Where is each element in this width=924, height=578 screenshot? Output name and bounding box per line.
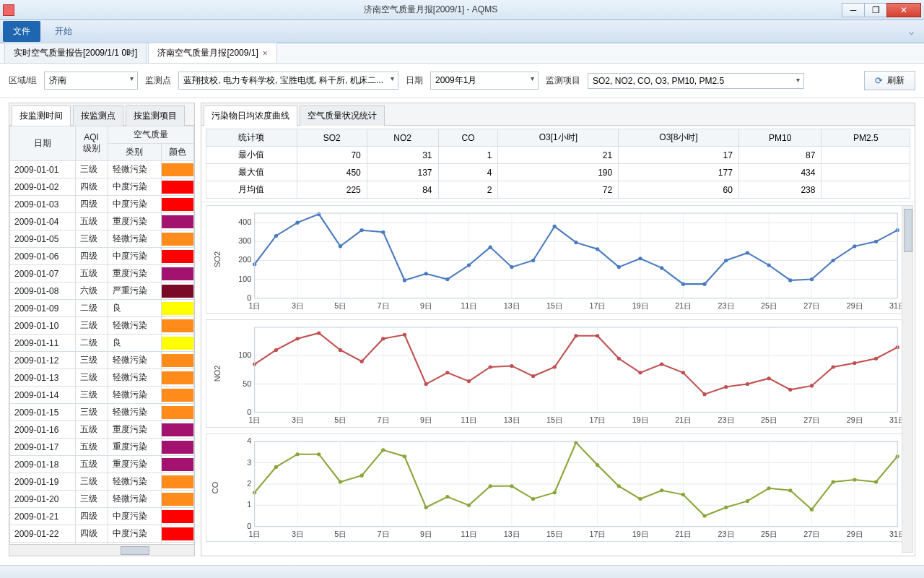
svg-point-194 <box>424 506 427 509</box>
date-combo[interactable]: 2009年1月 <box>430 72 539 90</box>
table-row[interactable]: 2009-01-18五级重度污染 <box>10 456 194 473</box>
scrollbar-thumb[interactable] <box>121 546 149 555</box>
table-row[interactable]: 2009-01-22四级中度污染 <box>10 525 194 543</box>
table-row[interactable]: 2009-01-20三级轻微污染 <box>10 491 194 508</box>
svg-text:5日: 5日 <box>334 530 346 538</box>
table-row[interactable]: 2009-01-13三级轻微污染 <box>10 369 194 387</box>
svg-point-141 <box>874 357 878 361</box>
svg-point-124 <box>510 364 513 368</box>
svg-point-210 <box>767 486 770 490</box>
close-button[interactable]: ✕ <box>886 3 921 17</box>
svg-text:15日: 15日 <box>546 416 562 424</box>
table-row[interactable]: 2009-01-08六级严重污染 <box>10 282 194 300</box>
menu-start[interactable]: 开始 <box>45 21 82 42</box>
table-row[interactable]: 2009-01-07五级重度污染 <box>10 265 194 282</box>
svg-text:100: 100 <box>238 275 251 283</box>
table-row[interactable]: 2009-01-15三级轻微污染 <box>10 404 194 421</box>
tab-by-time[interactable]: 按监测时间 <box>12 105 71 126</box>
table-row[interactable]: 2009-01-12三级轻微污染 <box>10 352 194 369</box>
svg-point-69 <box>831 259 834 262</box>
svg-point-215 <box>874 480 878 483</box>
svg-point-58 <box>596 247 599 251</box>
table-row: 最大值4501374190177434 <box>206 164 910 181</box>
table-row[interactable]: 2009-01-01三级轻微污染 <box>10 161 194 178</box>
table-row[interactable]: 2009-01-02四级中度污染 <box>10 178 194 196</box>
maximize-button[interactable]: ❐ <box>864 3 887 17</box>
svg-text:21日: 21日 <box>675 302 691 310</box>
tab-quality-stats[interactable]: 空气质量状况统计 <box>300 105 385 126</box>
close-tab-icon[interactable]: × <box>263 48 268 59</box>
svg-point-192 <box>381 448 385 452</box>
table-row[interactable]: 2009-01-09二级良 <box>10 300 194 317</box>
tab-concentration-curve[interactable]: 污染物日均浓度曲线 <box>204 105 297 126</box>
svg-text:21日: 21日 <box>675 530 691 538</box>
svg-point-137 <box>788 388 792 392</box>
status-bar <box>0 565 924 578</box>
svg-point-122 <box>467 379 471 383</box>
combo-value: 济南 <box>49 75 66 85</box>
tab-monthly-report[interactable]: 济南空气质量月报[2009/1]× <box>148 43 276 63</box>
menu-file[interactable]: 文件 <box>3 21 40 42</box>
svg-point-134 <box>724 385 728 389</box>
svg-text:21日: 21日 <box>675 416 691 424</box>
table-row[interactable]: 2009-01-10三级轻微污染 <box>10 317 194 335</box>
aqi-grid[interactable]: 日期 AQI级别 空气质量 类别 颜色 2009-01-01三级轻微污染2009… <box>9 126 194 544</box>
table-row[interactable]: 2009-01-03四级中度污染 <box>10 196 194 213</box>
table-row[interactable]: 2009-01-21四级中度污染 <box>10 508 194 525</box>
svg-point-136 <box>767 376 770 380</box>
svg-text:25日: 25日 <box>761 416 777 424</box>
vertical-scrollbar[interactable] <box>902 205 913 553</box>
charts-area[interactable]: SO201002003004001日3日5日7日9日11日13日15日17日19… <box>201 202 915 556</box>
tab-by-site[interactable]: 按监测点 <box>73 105 123 126</box>
tab-by-item[interactable]: 按监测项目 <box>126 105 185 126</box>
svg-text:7日: 7日 <box>378 416 389 424</box>
site-combo[interactable]: 蓝翔技校, 电力专科学校, 宝胜电缆, 科干所, 机床二... <box>178 72 398 90</box>
svg-point-64 <box>724 259 728 262</box>
minimize-button[interactable]: ─ <box>842 3 865 17</box>
svg-point-61 <box>660 266 663 269</box>
table-row: 最小值70311211787 <box>206 147 910 164</box>
svg-point-132 <box>681 371 685 374</box>
table-row[interactable]: 2009-01-04五级重度污染 <box>10 213 194 230</box>
svg-point-202 <box>596 463 599 467</box>
svg-point-43 <box>274 234 278 238</box>
svg-text:3日: 3日 <box>292 416 303 424</box>
tab-realtime-report[interactable]: 实时空气质量报告[2009/1/1 0时] <box>4 43 147 63</box>
svg-text:100: 100 <box>238 352 251 360</box>
svg-point-128 <box>596 334 599 337</box>
svg-point-63 <box>702 282 706 286</box>
table-row[interactable]: 2009-01-19三级轻微污染 <box>10 473 194 491</box>
svg-text:17日: 17日 <box>589 302 605 310</box>
stat-col: O3[1小时] <box>498 129 619 147</box>
scrollbar-thumb[interactable] <box>904 209 912 252</box>
svg-point-56 <box>553 225 557 228</box>
table-row[interactable]: 2009-01-17五级重度污染 <box>10 439 194 456</box>
left-panel: 按监测时间 按监测点 按监测项目 日期 AQI级别 空气质量 类别 颜色 200… <box>9 103 195 556</box>
svg-point-199 <box>531 497 535 501</box>
menu-help[interactable]: ⌵ <box>902 24 921 40</box>
table-row[interactable]: 2009-01-06四级中度污染 <box>10 248 194 265</box>
y-axis-label: NO2 <box>213 366 222 382</box>
refresh-icon: ⟳ <box>875 75 883 86</box>
table-row[interactable]: 2009-01-14三级轻微污染 <box>10 387 194 404</box>
col-color: 颜色 <box>161 144 193 161</box>
window-title: 济南空气质量月报[2009/1] - AQMS <box>19 4 842 16</box>
table-row[interactable]: 2009-01-05三级轻微污染 <box>10 230 194 248</box>
svg-point-46 <box>339 244 342 248</box>
svg-point-65 <box>746 251 749 254</box>
svg-point-126 <box>553 365 557 368</box>
region-combo[interactable]: 济南 <box>44 72 138 90</box>
horizontal-scrollbar[interactable] <box>9 544 194 556</box>
svg-point-125 <box>531 374 535 378</box>
item-combo[interactable]: SO2, NO2, CO, O3, PM10, PM2.5 <box>588 73 804 89</box>
svg-point-212 <box>810 508 814 512</box>
svg-point-60 <box>638 256 642 260</box>
table-row[interactable]: 2009-01-16五级重度污染 <box>10 421 194 439</box>
table-row[interactable]: 2009-01-11二级良 <box>10 335 194 352</box>
col-quality: 空气质量 <box>108 126 193 144</box>
filter-bar: 区域/组 济南 监测点 蓝翔技校, 电力专科学校, 宝胜电缆, 科干所, 机床二… <box>0 64 924 98</box>
svg-point-67 <box>788 278 792 282</box>
stat-col: O3[8小时] <box>619 129 739 147</box>
refresh-button[interactable]: ⟳ 刷新 <box>864 71 915 90</box>
svg-point-115 <box>317 331 321 335</box>
